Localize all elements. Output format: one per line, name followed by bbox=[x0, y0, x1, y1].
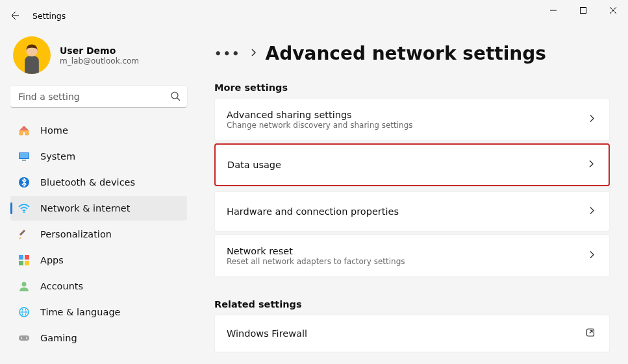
card-hardware-properties[interactable]: Hardware and connection properties bbox=[214, 191, 610, 232]
card-title: Hardware and connection properties bbox=[227, 206, 399, 217]
profile-text: User Demo m_lab@outlook.com bbox=[60, 45, 139, 66]
chevron-right-icon bbox=[588, 250, 595, 262]
sidebar-item-system[interactable]: System bbox=[10, 144, 187, 169]
svg-point-23 bbox=[26, 337, 27, 339]
time-language-icon bbox=[18, 306, 30, 318]
profile-name: User Demo bbox=[60, 45, 139, 56]
profile-block[interactable]: User Demo m_lab@outlook.com bbox=[10, 36, 187, 74]
card-title: Windows Firewall bbox=[227, 328, 307, 339]
window-controls bbox=[538, 0, 628, 21]
card-title: Network reset bbox=[227, 246, 405, 256]
open-external-icon bbox=[586, 328, 595, 340]
sidebar-item-label: Gaming bbox=[40, 333, 77, 343]
card-subtitle: Reset all network adapters to factory se… bbox=[227, 257, 405, 266]
maximize-button[interactable] bbox=[568, 0, 598, 21]
apps-icon bbox=[18, 254, 30, 266]
card-title: Data usage bbox=[227, 160, 281, 170]
card-advanced-sharing[interactable]: Advanced sharing settings Change network… bbox=[214, 98, 610, 141]
sidebar-item-gaming[interactable]: Gaming bbox=[10, 326, 187, 350]
sidebar-item-label: Personalization bbox=[40, 229, 112, 239]
avatar-icon bbox=[15, 40, 49, 74]
sidebar-item-label: Network & internet bbox=[40, 203, 130, 213]
accounts-icon bbox=[18, 280, 30, 292]
svg-rect-1 bbox=[581, 8, 586, 14]
sidebar-item-home[interactable]: Home bbox=[10, 118, 187, 143]
sidebar-item-accounts[interactable]: Accounts bbox=[10, 274, 187, 298]
chevron-right-icon bbox=[588, 159, 594, 171]
chevron-right-icon bbox=[588, 114, 595, 126]
minimize-button[interactable] bbox=[538, 0, 568, 21]
wifi-icon bbox=[18, 202, 30, 214]
app-title: Settings bbox=[32, 11, 66, 21]
sidebar-item-network[interactable]: Network & internet bbox=[10, 196, 187, 221]
gaming-icon bbox=[18, 332, 30, 344]
main-panel: ••• Advanced network settings More setti… bbox=[195, 31, 628, 364]
svg-rect-12 bbox=[19, 230, 25, 236]
personalization-icon bbox=[18, 228, 30, 240]
search-box bbox=[10, 86, 187, 108]
card-subtitle: Change network discovery and sharing set… bbox=[227, 121, 413, 130]
sidebar-item-label: Accounts bbox=[40, 281, 83, 291]
svg-rect-15 bbox=[19, 261, 23, 265]
section-related-settings: Related settings bbox=[214, 299, 610, 309]
sidebar-item-label: System bbox=[40, 151, 75, 162]
svg-rect-16 bbox=[25, 261, 29, 265]
maximize-icon bbox=[580, 7, 586, 14]
system-icon bbox=[18, 151, 30, 162]
svg-point-22 bbox=[21, 337, 22, 339]
svg-point-17 bbox=[22, 282, 27, 287]
sidebar-item-label: Time & language bbox=[40, 307, 121, 317]
svg-point-5 bbox=[171, 92, 178, 99]
chevron-right-icon bbox=[588, 206, 595, 218]
titlebar: Settings bbox=[0, 0, 628, 31]
svg-point-11 bbox=[23, 212, 25, 213]
sidebar-item-label: Apps bbox=[40, 255, 64, 265]
chevron-right-icon bbox=[250, 47, 257, 60]
sidebar-item-bluetooth[interactable]: Bluetooth & devices bbox=[10, 170, 187, 195]
search-icon bbox=[170, 91, 181, 101]
svg-rect-9 bbox=[22, 160, 26, 161]
svg-rect-13 bbox=[19, 255, 23, 260]
search-input[interactable] bbox=[10, 86, 187, 108]
sidebar-item-label: Bluetooth & devices bbox=[40, 177, 135, 188]
sidebar-item-personalization[interactable]: Personalization bbox=[10, 222, 187, 247]
page-title: Advanced network settings bbox=[266, 43, 546, 64]
home-icon bbox=[18, 125, 30, 136]
back-arrow-icon bbox=[9, 10, 19, 21]
breadcrumb: ••• Advanced network settings bbox=[214, 43, 610, 64]
card-data-usage[interactable]: Data usage bbox=[214, 143, 610, 186]
card-windows-firewall[interactable]: Windows Firewall bbox=[214, 315, 610, 352]
profile-email: m_lab@outlook.com bbox=[60, 56, 139, 66]
back-button[interactable] bbox=[0, 1, 29, 30]
sidebar: User Demo m_lab@outlook.com Home System bbox=[0, 31, 195, 364]
card-title: Advanced sharing settings bbox=[227, 110, 413, 120]
close-button[interactable] bbox=[598, 0, 628, 21]
svg-line-6 bbox=[177, 98, 180, 101]
close-icon bbox=[610, 7, 616, 14]
section-more-settings: More settings bbox=[214, 82, 610, 93]
sidebar-item-label: Home bbox=[40, 125, 68, 136]
card-network-reset[interactable]: Network reset Reset all network adapters… bbox=[214, 234, 610, 277]
breadcrumb-parent[interactable]: ••• bbox=[214, 47, 241, 60]
content-root: User Demo m_lab@outlook.com Home System bbox=[0, 31, 628, 364]
svg-rect-8 bbox=[19, 153, 29, 158]
bluetooth-icon bbox=[18, 176, 30, 188]
sidebar-item-apps[interactable]: Apps bbox=[10, 248, 187, 273]
sidebar-item-time-language[interactable]: Time & language bbox=[10, 300, 187, 324]
minimize-icon bbox=[550, 7, 557, 14]
avatar bbox=[13, 36, 51, 74]
svg-rect-14 bbox=[25, 255, 29, 260]
svg-rect-21 bbox=[19, 335, 29, 341]
